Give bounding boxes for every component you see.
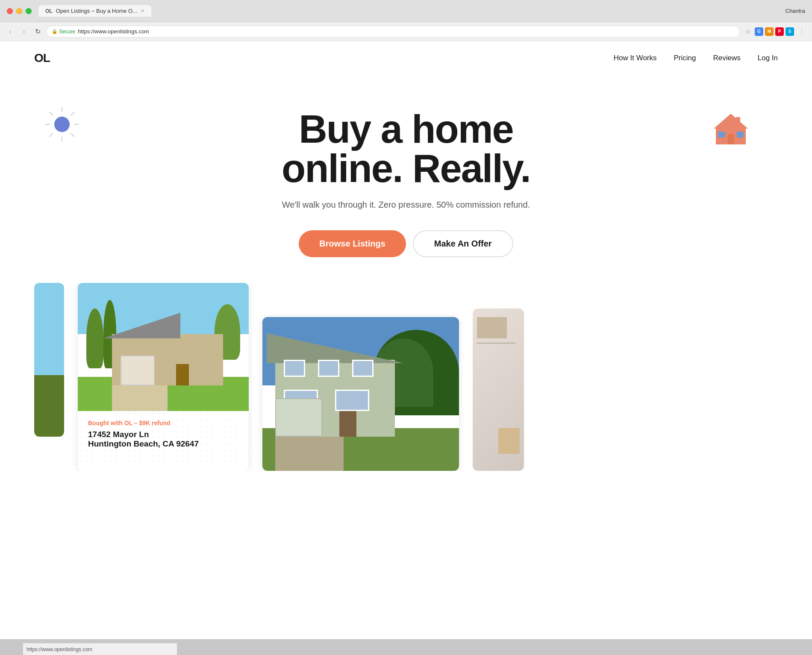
tab-title: Open Listings ~ Buy a Home O... [56,8,137,14]
hero-title-line1: Buy a home [299,107,513,151]
browser-window: OL Open Listings ~ Buy a Home O... ✕ Cha… [0,0,812,639]
browser-tab[interactable]: OL Open Listings ~ Buy a Home O... ✕ [38,5,151,17]
tab-close-icon[interactable]: ✕ [141,8,144,14]
hero-title: Buy a home online. Really. [34,109,778,188]
house-decoration [709,109,752,150]
site-nav-links: How It Works Pricing Reviews Log In [614,54,778,62]
svg-line-7 [50,133,53,137]
nav-pricing[interactable]: Pricing [674,54,696,62]
listing-badge-1: Bought with OL – $9K refund [88,420,238,426]
close-button[interactable] [7,8,13,14]
svg-line-4 [50,112,53,115]
svg-line-5 [71,133,74,137]
back-button[interactable]: ‹ [5,26,15,37]
address-bar-row: ‹ › ↻ 🔒 Secure https://www.openlistings.… [0,22,812,41]
listing-card-1[interactable]: Bought with OL – $9K refund 17452 Mayor … [78,283,249,471]
svg-rect-13 [718,132,725,138]
lock-icon: 🔒 [52,29,58,34]
site-logo: OL [34,51,50,65]
ext-google-icon[interactable]: G [755,27,763,36]
listing-card-partial-left [34,283,64,437]
address-bar[interactable]: 🔒 Secure https://www.openlistings.com [46,26,740,38]
maximize-button[interactable] [26,8,32,14]
secure-label: Secure [59,29,75,35]
extensions-area: G M P S [755,27,794,36]
hero-subtitle: We'll walk you through it. Zero pressure… [34,200,778,210]
address-bar-actions: ☆ G M P S ⋮ [744,26,807,37]
svg-marker-9 [714,114,748,129]
make-an-offer-button[interactable]: Make An Offer [413,230,513,257]
more-menu-icon[interactable]: ⋮ [797,26,807,37]
title-bar: OL Open Listings ~ Buy a Home O... ✕ Cha… [0,0,812,22]
status-bar: https://www.openlistings.com [23,643,177,655]
tab-area: OL Open Listings ~ Buy a Home O... ✕ [38,5,786,17]
ext-mail-icon[interactable]: M [765,27,774,36]
user-name: Chantra [786,8,805,14]
listing-address-1-line2: Huntington Beach, CA 92647 [88,439,238,449]
nav-how-it-works[interactable]: How It Works [614,54,657,62]
listing-info-1: Bought with OL – $9K refund 17452 Mayor … [78,411,249,462]
hero-title-line2: online. Really. [282,147,530,190]
svg-rect-10 [736,117,740,125]
svg-rect-14 [737,132,744,138]
browse-listings-button[interactable]: Browse Listings [299,230,406,257]
site-navbar: OL How It Works Pricing Reviews Log In [0,41,812,75]
listings-section: Bought with OL – $9K refund 17452 Mayor … [0,283,812,471]
listing-card-2[interactable] [262,317,459,471]
minimize-button[interactable] [16,8,22,14]
ext-salesforce-icon[interactable]: S [786,27,794,36]
ext-pinterest-icon[interactable]: P [775,27,784,36]
svg-rect-12 [728,134,734,144]
sun-decoration [43,105,81,145]
svg-point-8 [54,117,70,132]
hero-section: Buy a home online. Really. We'll walk yo… [0,75,812,283]
listing-card-partial-right [473,308,524,471]
listing-address-1-line1: 17452 Mayor Ln [88,430,238,439]
status-url: https://www.openlistings.com [26,646,92,652]
svg-line-6 [71,112,74,115]
nav-reviews[interactable]: Reviews [713,54,740,62]
browser-content: OL How It Works Pricing Reviews Log In [0,41,812,639]
bookmark-icon[interactable]: ☆ [744,27,752,36]
traffic-lights [7,8,32,14]
tab-favicon: OL [45,8,53,14]
nav-login[interactable]: Log In [758,54,778,62]
secure-badge: 🔒 Secure [52,29,75,35]
hero-buttons: Browse Listings Make An Offer [34,230,778,257]
forward-button[interactable]: › [19,26,29,37]
reload-button[interactable]: ↻ [32,26,43,37]
url-text: https://www.openlistings.com [78,28,149,35]
